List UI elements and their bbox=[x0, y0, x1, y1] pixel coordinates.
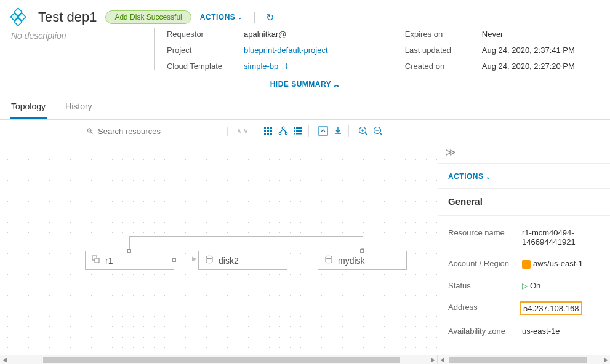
download-icon[interactable]: ⭳ bbox=[283, 62, 291, 71]
svg-rect-2 bbox=[18, 13, 26, 21]
node-disk2[interactable]: disk2 bbox=[198, 251, 287, 270]
actions-dropdown[interactable]: ACTIONS ⌄ bbox=[200, 13, 243, 22]
node-r1[interactable]: r1 bbox=[85, 251, 174, 270]
view-list-button[interactable] bbox=[292, 125, 303, 136]
handle[interactable] bbox=[172, 258, 176, 262]
chevron-up-icon: ∧ bbox=[236, 127, 242, 135]
svg-line-26 bbox=[365, 133, 367, 135]
svg-rect-22 bbox=[294, 133, 295, 135]
node-mydisk[interactable]: mydisk bbox=[318, 251, 407, 270]
view-grid-button[interactable] bbox=[263, 125, 274, 136]
requestor-label: Requestor bbox=[167, 28, 244, 41]
svg-rect-6 bbox=[270, 127, 272, 129]
resource-name-value: r1-mcm40494-146694441921 bbox=[522, 228, 600, 247]
details-panel: ≫ ACTIONS ⌄ General Resource name r1-mcm… bbox=[438, 141, 610, 364]
handle[interactable] bbox=[360, 249, 364, 253]
topology-canvas[interactable]: ▶ ▼ r1 disk2 mydisk bbox=[0, 141, 438, 364]
updated-label: Last updated bbox=[405, 44, 482, 57]
svg-rect-24 bbox=[319, 127, 327, 135]
svg-line-30 bbox=[380, 133, 382, 135]
template-link[interactable]: simple-bp ⭳ bbox=[244, 60, 368, 73]
svg-line-17 bbox=[283, 129, 286, 132]
aws-icon bbox=[522, 260, 531, 269]
divider bbox=[154, 28, 155, 70]
scroll-right-button[interactable]: ▶ bbox=[428, 355, 437, 364]
svg-rect-19 bbox=[296, 127, 302, 129]
svg-point-35 bbox=[326, 256, 332, 258]
arrow-right-icon: ▶ bbox=[192, 255, 197, 262]
chevron-down-icon: ⌄ bbox=[486, 174, 491, 180]
vm-icon bbox=[92, 255, 100, 266]
svg-rect-18 bbox=[294, 127, 295, 129]
expires-value: Never bbox=[482, 28, 600, 41]
search-input[interactable] bbox=[98, 127, 209, 136]
requestor-value: apalnitkar@ bbox=[244, 28, 368, 41]
divider bbox=[254, 12, 255, 23]
availability-zone-value: us-east-1e bbox=[522, 326, 600, 336]
expires-label: Expires on bbox=[405, 28, 482, 41]
project-link[interactable]: blueprint-default-project bbox=[244, 44, 368, 57]
project-label: Project bbox=[167, 44, 244, 57]
view-topology-button[interactable] bbox=[278, 125, 289, 136]
svg-rect-7 bbox=[264, 130, 266, 132]
expand-button[interactable] bbox=[318, 125, 329, 136]
tab-topology[interactable]: Topology bbox=[10, 95, 47, 119]
nav-up-down[interactable]: ∧ ∨ bbox=[231, 125, 254, 137]
chevron-down-icon: ∨ bbox=[243, 127, 249, 135]
svg-line-16 bbox=[280, 129, 283, 132]
svg-rect-4 bbox=[264, 127, 266, 129]
section-general-title: General bbox=[438, 189, 610, 216]
svg-rect-9 bbox=[270, 130, 272, 132]
play-icon: ▷ bbox=[522, 282, 528, 290]
svg-rect-5 bbox=[267, 127, 269, 129]
address-value: 54.237.108.168 bbox=[520, 301, 582, 315]
address-label: Address bbox=[448, 303, 522, 312]
refresh-button[interactable]: ↻ bbox=[266, 12, 274, 23]
svg-point-14 bbox=[279, 132, 281, 135]
tab-history[interactable]: History bbox=[64, 95, 94, 119]
scrollbar-thumb[interactable] bbox=[43, 357, 400, 363]
handle[interactable] bbox=[127, 249, 131, 253]
svg-rect-12 bbox=[270, 133, 272, 135]
template-label: Cloud Template bbox=[167, 60, 244, 73]
connector bbox=[129, 236, 363, 237]
scrollbar-thumb[interactable] bbox=[449, 357, 587, 363]
chevron-down-icon: ⌄ bbox=[238, 14, 243, 20]
resource-name-label: Resource name bbox=[448, 228, 522, 237]
availability-zone-label: Availability zone bbox=[448, 326, 522, 336]
status-badge: Add Disk Successful bbox=[105, 10, 191, 24]
page-title: Test dep1 bbox=[38, 9, 97, 25]
svg-point-15 bbox=[285, 132, 287, 135]
deployment-logo-icon bbox=[10, 7, 30, 27]
svg-rect-21 bbox=[296, 130, 302, 132]
zoom-out-button[interactable] bbox=[372, 125, 383, 136]
status-value: ▷On bbox=[522, 281, 600, 290]
svg-point-34 bbox=[206, 256, 212, 258]
account-region-value: aws/us-east-1 bbox=[522, 259, 600, 269]
svg-point-13 bbox=[282, 127, 284, 129]
chevron-up-double-icon: ︽ bbox=[334, 81, 340, 88]
scroll-left-button[interactable]: ◀ bbox=[0, 355, 9, 364]
zoom-in-button[interactable] bbox=[358, 125, 369, 136]
search-icon: 🔍︎ bbox=[86, 127, 94, 136]
svg-rect-33 bbox=[95, 258, 99, 263]
scroll-left-button[interactable]: ◀ bbox=[438, 355, 446, 364]
disk-icon bbox=[324, 255, 333, 266]
side-actions-dropdown[interactable]: ACTIONS ⌄ bbox=[438, 164, 610, 189]
svg-rect-1 bbox=[10, 13, 18, 21]
created-label: Created on bbox=[405, 60, 482, 73]
created-value: Aug 24, 2020, 2:27:20 PM bbox=[482, 60, 600, 73]
download-canvas-button[interactable] bbox=[332, 125, 343, 136]
hide-summary-toggle[interactable]: HIDE SUMMARY ︽ bbox=[0, 73, 610, 95]
svg-rect-8 bbox=[267, 130, 269, 132]
updated-value: Aug 24, 2020, 2:37:41 PM bbox=[482, 44, 600, 57]
svg-rect-11 bbox=[267, 133, 269, 135]
scroll-right-button[interactable]: ▶ bbox=[601, 355, 610, 364]
svg-rect-10 bbox=[264, 133, 266, 135]
collapse-panel-button[interactable]: ≫ bbox=[438, 141, 610, 164]
svg-rect-20 bbox=[294, 130, 295, 132]
horizontal-scrollbar-area: ◀ ▶ ◀ ▶ bbox=[0, 355, 610, 364]
svg-rect-23 bbox=[296, 133, 302, 135]
account-region-label: Account / Region bbox=[448, 259, 522, 268]
status-label: Status bbox=[448, 281, 522, 290]
